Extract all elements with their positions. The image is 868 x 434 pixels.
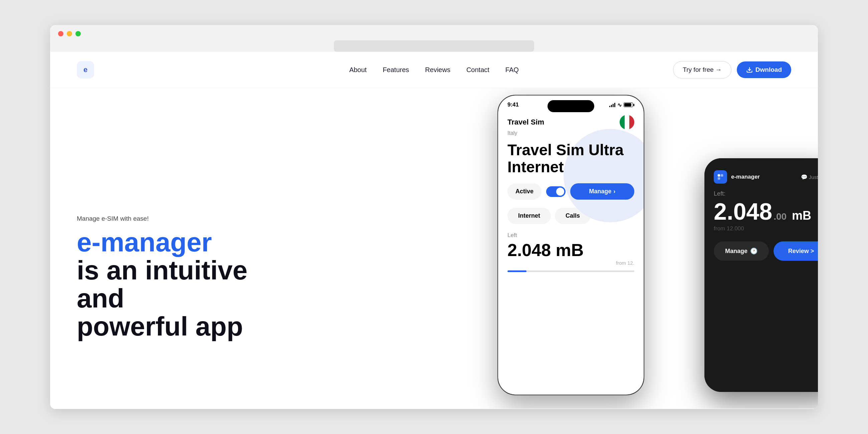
sim-name: Travel Sim — [507, 118, 544, 127]
phone-main: 9:41 ∿ — [497, 95, 644, 395]
nav-actions: Try for free → Dwnload — [673, 61, 791, 79]
svg-rect-3 — [718, 177, 720, 180]
traffic-light-red[interactable] — [58, 31, 63, 36]
traffic-lights — [58, 31, 810, 36]
nav-link-reviews[interactable]: Reviews — [425, 66, 451, 74]
hero-section: Manage e-SIM with ease! e-manager is an … — [50, 88, 818, 409]
data-amount: 2.048 mB — [507, 241, 634, 259]
hero-subtitle: Manage e-SIM with ease! — [77, 215, 250, 222]
dark-from-label: from 12.000 — [714, 225, 818, 232]
status-right: ∿ — [609, 102, 634, 108]
brand-name: e-manager — [77, 227, 212, 257]
traffic-light-yellow[interactable] — [67, 31, 72, 36]
svg-rect-1 — [718, 174, 720, 177]
address-bar[interactable] — [334, 40, 534, 52]
data-label: Left — [507, 232, 634, 239]
phone-time: 9:41 — [507, 101, 519, 108]
clock-icon: 🕐 — [750, 247, 757, 255]
dark-data-main: 2.048 .00 mB — [714, 200, 818, 223]
notif-app-name: e-manager — [731, 174, 760, 180]
sim-plan-title: Travel Sim UltraInternet — [507, 142, 634, 175]
dark-data-decimal: .00 — [774, 211, 786, 222]
manage-button[interactable]: Manage › — [570, 183, 634, 199]
hero-title-suffix: is an intuitive andpowerful app — [77, 255, 247, 341]
address-bar-row — [58, 40, 810, 52]
hero-text: Manage e-SIM with ease! e-manager is an … — [77, 108, 250, 341]
download-button[interactable]: Dwnload — [737, 61, 791, 78]
data-progress-bar — [507, 271, 634, 272]
dark-manage-button[interactable]: Manage 🕐 — [714, 241, 769, 261]
from-row: from 12. — [507, 259, 634, 266]
notif-app: e-manager — [714, 170, 760, 184]
browser-chrome — [50, 25, 818, 52]
phone-dark-inner: e-manager 💬 Just now Left: 2.048 .00 — [705, 158, 818, 392]
dark-manage-label: Manage — [725, 248, 747, 255]
data-progress-fill — [507, 271, 526, 272]
navigation: e About Features Reviews Contact FAQ Try… — [50, 52, 818, 88]
svg-rect-2 — [721, 174, 723, 177]
phone-main-inner: 9:41 ∿ — [498, 95, 644, 395]
italy-flag-icon — [620, 115, 634, 129]
logo[interactable]: e — [77, 61, 94, 79]
sim-actions: Active Manage › — [498, 183, 644, 199]
browser-window: e About Features Reviews Contact FAQ Try… — [50, 25, 818, 409]
dark-left-label: Left: — [714, 190, 818, 197]
phones-container: 9:41 ∿ — [471, 88, 818, 409]
phone-dark: e-manager 💬 Just now Left: 2.048 .00 — [705, 158, 818, 392]
chat-icon: 💬 — [801, 174, 808, 180]
nav-link-contact[interactable]: Contact — [466, 66, 489, 74]
dark-review-label: Review > — [788, 248, 814, 255]
dark-review-button[interactable]: Review > — [774, 241, 818, 261]
dynamic-island — [548, 100, 594, 112]
toggle-switch[interactable] — [546, 186, 565, 197]
data-from-label: from 12. — [616, 260, 634, 266]
hero-title: e-manager is an intuitive andpowerful ap… — [77, 228, 250, 341]
notif-time: 💬 Just now — [801, 174, 818, 180]
dark-notification: e-manager 💬 Just now — [714, 170, 818, 184]
data-section: Left 2.048 mB from 12. — [498, 224, 644, 272]
wifi-icon: ∿ — [617, 102, 622, 108]
download-label: Dwnload — [755, 66, 782, 73]
tab-internet[interactable]: Internet — [507, 208, 551, 224]
nav-link-faq[interactable]: FAQ — [505, 66, 519, 74]
notif-app-icon — [714, 170, 727, 184]
active-badge: Active — [507, 183, 541, 199]
download-icon — [746, 66, 753, 73]
browser-content: e About Features Reviews Contact FAQ Try… — [50, 52, 818, 409]
battery-icon — [624, 102, 634, 107]
traffic-light-green[interactable] — [75, 31, 81, 36]
nav-link-features[interactable]: Features — [382, 66, 409, 74]
nav-link-about[interactable]: About — [349, 66, 367, 74]
nav-links: About Features Reviews Contact FAQ — [349, 66, 519, 74]
dark-actions: Manage 🕐 Review > — [714, 241, 818, 261]
sim-title-row: Travel Sim — [507, 115, 634, 129]
app-icon-glyph — [717, 173, 724, 181]
dark-data-unit: mB — [792, 209, 811, 223]
dark-data-big: 2.048 — [714, 200, 772, 223]
manage-label: Manage — [589, 188, 612, 195]
signal-bars-icon — [609, 102, 615, 107]
time-label: Just now — [809, 174, 818, 180]
try-free-button[interactable]: Try for free → — [673, 61, 731, 79]
